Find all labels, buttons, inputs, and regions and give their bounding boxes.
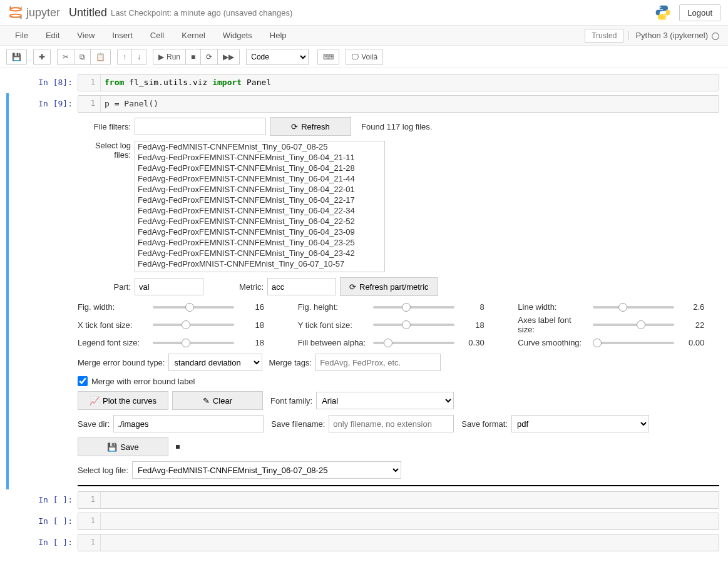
- paste-button[interactable]: 📋: [91, 49, 111, 65]
- log-file-option[interactable]: FedAvg-FedProxFEMNIST-CNNFEMnist_Tiny_06…: [135, 237, 384, 248]
- menu-kernel[interactable]: Kernel: [173, 27, 214, 44]
- part-input[interactable]: [135, 278, 203, 295]
- run-button[interactable]: ▶ Run: [153, 49, 186, 65]
- slider-fill-between-alpha-[interactable]: [373, 342, 454, 344]
- menu-insert[interactable]: Insert: [103, 27, 141, 44]
- refresh-part-metric-button[interactable]: ⟳Refresh part/metric: [340, 277, 438, 296]
- slider-value: 8: [461, 302, 484, 312]
- menu-widgets[interactable]: Widgets: [214, 27, 261, 44]
- log-file-option[interactable]: FedAvg-FedProxFEMNIST-CNNFEMnist_Tiny_06…: [135, 173, 384, 184]
- log-file-option[interactable]: FedAvg-FedProxFEMNIST-CNNFEMnist_Tiny_06…: [135, 195, 384, 205]
- restart-run-all-button[interactable]: ▶▶: [218, 49, 240, 65]
- merge-error-bound-select[interactable]: standard deviation: [168, 354, 262, 371]
- restart-button[interactable]: ⟳: [201, 49, 218, 65]
- logout-button[interactable]: Logout: [679, 4, 720, 21]
- log-file-option[interactable]: FedAvg-FedProxFEMNIST-CNNFEMnist_Tiny_06…: [135, 163, 384, 173]
- insert-cell-button[interactable]: ✚: [33, 49, 51, 65]
- command-palette-button[interactable]: ⌨: [317, 49, 339, 65]
- slider-fig--height-[interactable]: [373, 306, 454, 309]
- separator: [78, 485, 719, 486]
- log-file-option[interactable]: FedAvg-FedProxFEMNIST-CNNFEMnist_Tiny_06…: [135, 227, 384, 237]
- save-format-label: Save format:: [461, 419, 508, 429]
- kernel-indicator-icon: [712, 33, 719, 40]
- python-icon: [654, 4, 672, 21]
- menu-cell[interactable]: Cell: [141, 27, 173, 44]
- slider-value: 2.6: [680, 302, 704, 312]
- font-family-select[interactable]: Arial: [316, 392, 454, 409]
- move-down-button[interactable]: ↓: [132, 49, 146, 65]
- menu-help[interactable]: Help: [261, 27, 295, 44]
- code-content[interactable]: [101, 534, 719, 551]
- code-content[interactable]: [101, 513, 719, 529]
- log-file-option[interactable]: FedAvg-FedProxFEMNIST-CNNFEMnist_Tiny_06…: [135, 216, 384, 227]
- metric-label: Metric:: [226, 282, 264, 292]
- slider-y-tick-font-size-[interactable]: [373, 324, 454, 326]
- cut-button[interactable]: ✂: [57, 49, 74, 65]
- clear-button[interactable]: ✎Clear: [172, 391, 263, 410]
- code-input[interactable]: 1: [78, 491, 719, 509]
- interrupt-button[interactable]: ■: [186, 49, 201, 65]
- code-input[interactable]: 1: [78, 534, 719, 551]
- slider-legend-font-size-[interactable]: [153, 342, 234, 344]
- save-dir-input[interactable]: [113, 415, 264, 432]
- voila-button[interactable]: 🖵 Voilà: [346, 49, 383, 65]
- code-input[interactable]: 1: [78, 513, 719, 530]
- code-cell[interactable]: In [ ]:1: [9, 532, 719, 553]
- refresh-button[interactable]: ⟳Refresh: [270, 117, 351, 136]
- menu-file[interactable]: File: [6, 27, 37, 44]
- merge-tags-label: Merge tags:: [269, 358, 312, 367]
- save-format-select[interactable]: pdf: [511, 415, 649, 432]
- code-content[interactable]: p = Panel(): [101, 96, 719, 112]
- kernel-name[interactable]: Python 3 (ipykernel): [628, 31, 722, 40]
- move-up-button[interactable]: ↑: [117, 49, 132, 65]
- code-input[interactable]: 1 from fl_sim.utils.viz import Panel: [78, 74, 719, 91]
- slider-value: 18: [240, 320, 264, 330]
- save-button[interactable]: 💾: [6, 49, 27, 65]
- save-filename-input[interactable]: [329, 415, 454, 432]
- log-file-option[interactable]: FedAvg-FedMNIST-CNNFEMnist_Tiny_06-07_08…: [135, 141, 384, 152]
- line-number: 1: [78, 96, 101, 112]
- code-cell[interactable]: In [8]: 1 from fl_sim.utils.viz import P…: [9, 72, 719, 93]
- copy-button[interactable]: ⧉: [74, 49, 91, 65]
- log-file-option[interactable]: FedAvg-FedProxFEMNIST-CNNFEMnist_Tiny_06…: [135, 205, 384, 216]
- slider-value: 16: [240, 302, 264, 312]
- code-input[interactable]: 1 p = Panel(): [78, 95, 719, 113]
- code-content[interactable]: [101, 492, 719, 508]
- line-number: 1: [78, 74, 101, 91]
- slider-fig--width-[interactable]: [153, 306, 234, 309]
- save-dir-label: Save dir:: [78, 419, 110, 429]
- code-cell[interactable]: In [9]: 1 p = Panel(): [6, 93, 719, 115]
- code-cell[interactable]: In [ ]:1: [9, 489, 719, 511]
- cell-type-select[interactable]: Code: [246, 49, 309, 65]
- log-file-option[interactable]: FedAvg-FedProxFEMNIST-CNNFEMnist_Tiny_06…: [135, 152, 384, 163]
- log-file-option[interactable]: FedAvg-FedProxMNIST-CNNFEMnist_Tiny_06-0…: [135, 258, 384, 269]
- slider-line-width-[interactable]: [593, 306, 674, 309]
- slider-axes-label-font-size-[interactable]: [593, 324, 674, 326]
- file-filters-input[interactable]: [135, 118, 266, 135]
- log-file-option[interactable]: FedAvg-FedProxFEMNIST-CNNFEMnist_Tiny_06…: [135, 248, 384, 258]
- slider-label: Fig. height:: [298, 302, 367, 312]
- plot-curves-button[interactable]: 📈Plot the curves: [78, 391, 168, 410]
- slider-x-tick-font-size-[interactable]: [153, 324, 234, 326]
- svg-point-4: [21, 7, 22, 8]
- trusted-indicator[interactable]: Trusted: [585, 29, 623, 43]
- slider-label: Fill between alpha:: [298, 338, 367, 347]
- log-file-option[interactable]: FedAvg-FedProxFEMNIST-CNNFEMnist_Tiny_06…: [135, 184, 384, 195]
- select-log-file-label: Select log file:: [78, 466, 128, 475]
- menu-view[interactable]: View: [68, 27, 103, 44]
- slider-value: 22: [680, 320, 704, 330]
- metric-input[interactable]: [267, 278, 336, 295]
- log-file-option[interactable]: FedAvg-FedRotatedCIFAR10-CNNCifar_Small_…: [135, 269, 384, 272]
- merge-error-bound-checkbox[interactable]: [78, 376, 88, 386]
- save-figure-button[interactable]: 💾Save: [78, 437, 168, 456]
- merge-tags-input[interactable]: [315, 354, 441, 371]
- code-content[interactable]: from fl_sim.utils.viz import Panel: [101, 74, 719, 91]
- select-log-file-dropdown[interactable]: FedAvg-FedMNIST-CNNFEMnist_Tiny_06-07_08…: [132, 461, 401, 479]
- jupyter-logo[interactable]: jupyter: [8, 4, 60, 21]
- notebook-title[interactable]: Untitled: [69, 6, 107, 19]
- slider-curve-smoothing-[interactable]: [593, 342, 674, 344]
- menu-edit[interactable]: Edit: [37, 27, 68, 44]
- slider-label: Y tick font size:: [298, 320, 367, 330]
- log-files-listbox[interactable]: FedAvg-FedMNIST-CNNFEMnist_Tiny_06-07_08…: [135, 141, 385, 272]
- code-cell[interactable]: In [ ]:1: [9, 511, 719, 532]
